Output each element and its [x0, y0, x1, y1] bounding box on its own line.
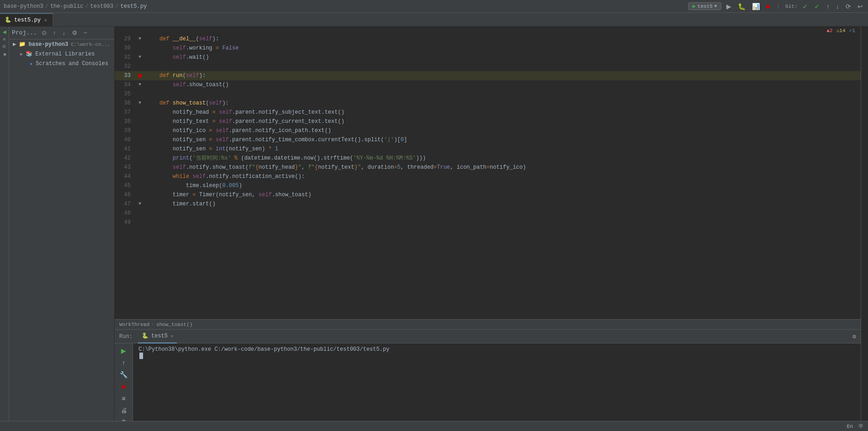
run-restart-button[interactable]: ▶ [118, 346, 129, 355]
git-pull-button[interactable]: ↓ [835, 3, 840, 10]
run-tab-test5[interactable]: 🐍 test5 ✕ [138, 330, 177, 343]
line-num-32: 32 [115, 62, 135, 71]
sidebar-sync-button[interactable]: ⊙ [40, 29, 49, 37]
code-line-36: 36 ▼ def show_toast(self): [115, 99, 861, 108]
line-content-43: self.notify.show_toast(f"{notify_head}",… [144, 163, 861, 172]
line-num-49: 49 [115, 218, 135, 227]
code-line-34: 34 ▼ self.show_toast() [115, 80, 861, 89]
project-root-item[interactable]: ▶ 📁 base-python3 C:\work-co... [9, 39, 114, 49]
status-right: En 半 [847, 423, 863, 430]
git-commit-button[interactable]: ✓ [813, 3, 821, 10]
gutter-37 [135, 108, 144, 117]
tab-test5[interactable]: 🐍 test5.py ✕ [0, 13, 53, 26]
code-line-39: 39 notify_ico = self.parent.notify_icon_… [115, 126, 861, 135]
gutter-32 [135, 62, 144, 71]
line-content-29: def __del__(self): [144, 34, 861, 44]
run-print-button[interactable]: 🖨 [118, 406, 129, 415]
run-tools-button[interactable]: 🔧 [118, 370, 129, 379]
gutter-35 [135, 89, 144, 99]
git-check-button[interactable]: ✓ [801, 3, 809, 10]
line-num-30: 30 [115, 44, 135, 53]
fold-31[interactable]: ▼ [138, 53, 141, 62]
code-line-41: 41 notify_sen = int(notify_sen) * 1 [115, 144, 861, 154]
right-strip [861, 27, 868, 421]
breadcrumb-part1[interactable]: base-python3 [4, 3, 43, 10]
cursor [139, 353, 143, 359]
run-button[interactable]: ▶ [725, 3, 733, 10]
run-scroll-up-button[interactable]: ↑ [118, 358, 129, 367]
commit-button[interactable]: ⊙ [2, 44, 7, 49]
undo-button[interactable]: ↩ [856, 3, 864, 10]
line-content-39: notify_ico = self.parent.notify_icon_pat… [144, 126, 861, 135]
sidebar-item-external-libraries[interactable]: ▶ 📚 External Libraries [9, 49, 114, 59]
run-output[interactable]: C:\Python38\python.exe C:/work-code/base… [133, 343, 861, 421]
expand-arrow: ▶ [13, 41, 16, 48]
sidebar-minimize-button[interactable]: − [82, 29, 89, 37]
structure-button[interactable]: ≡ [2, 37, 7, 42]
line-content-38: notify_text = self.parent.notify_current… [144, 117, 861, 126]
breadcrumb-file[interactable]: test5.py [120, 3, 147, 10]
line-content-48 [144, 209, 861, 218]
breadcrumb-part3[interactable]: test003 [90, 3, 113, 10]
stop-button[interactable]: ■ [765, 3, 771, 10]
line-num-37: 37 [115, 108, 135, 117]
project-tool-button[interactable]: ◀ [2, 28, 7, 35]
info-count[interactable]: ✓1 [849, 28, 855, 33]
line-content-31: self.wait() [144, 53, 861, 62]
run-config-arrow: ▼ [714, 4, 717, 9]
coverage-button[interactable]: 📊 [751, 3, 761, 10]
bc-sep1: / [45, 3, 48, 10]
fold-36[interactable]: ▼ [138, 99, 141, 108]
line-content-37: notify_head = self.parent.notify_subject… [144, 108, 861, 117]
sidebar-down-button[interactable]: ↓ [61, 29, 67, 37]
line-num-40: 40 [115, 135, 135, 144]
main-layout: ◀ ≡ ⊙ ★ Proj... ⊙ ↑ ↓ ⚙ − ▶ 📁 base-pytho… [0, 27, 868, 421]
sidebar-settings-button[interactable]: ⚙ [70, 29, 79, 37]
git-push-button[interactable]: ↑ [825, 3, 831, 10]
code-line-42: 42 print('当前时间:%s' % (datetime.datetime.… [115, 154, 861, 163]
status-sep: › [151, 322, 155, 327]
breadcrumb-status: WorkThread › show_toast() [119, 322, 193, 327]
line-content-46: timer = Timer(notify_sen, self.show_toas… [144, 190, 861, 199]
tab-close-button[interactable]: ✕ [44, 17, 48, 23]
code-line-40: 40 notify_sen = self.parent.notify_time_… [115, 135, 861, 144]
warning-count[interactable]: ⚠14 [836, 28, 846, 33]
gutter-36: ▼ [135, 99, 144, 108]
line-content-49 [144, 218, 861, 227]
fold-34[interactable]: ▼ [138, 80, 141, 89]
tabs-bar: 🐍 test5.py ✕ [0, 13, 868, 27]
fold-29[interactable]: ▼ [138, 34, 141, 44]
run-settings-gear[interactable]: ⚙ [852, 333, 856, 340]
run-scroll-all-button[interactable]: ≡ [118, 394, 129, 403]
sidebar-up-button[interactable]: ↑ [51, 29, 58, 37]
line-content-34: self.show_toast() [144, 80, 861, 89]
run-tab-close[interactable]: ✕ [171, 333, 173, 339]
run-trash-button[interactable]: 🗑 [118, 418, 129, 421]
status-class: WorkThread [119, 322, 149, 327]
run-config-selector[interactable]: ▶ test5 ▼ [688, 2, 721, 10]
line-num-45: 45 [115, 181, 135, 190]
run-stop-button[interactable]: ■ [118, 382, 129, 391]
favorites-button[interactable]: ★ [2, 51, 7, 58]
error-count[interactable]: ▲2 [827, 28, 833, 33]
breadcrumb-part2[interactable]: the-public [50, 3, 83, 10]
sidebar-item-scratches[interactable]: ✦ Scratches and Consoles [9, 59, 114, 69]
debug-button[interactable]: 🐛 [736, 3, 747, 10]
fold-47[interactable]: ▼ [138, 199, 141, 209]
line-num-47: 47 [115, 199, 135, 209]
line-content-33: def run(self): [144, 71, 861, 80]
run-panel: Run: 🐍 test5 ✕ ⚙ ▶ ↑ 🔧 ■ ≡ 🖨 🗑 [115, 329, 861, 421]
project-path: C:\work-co... [71, 42, 111, 47]
breakpoint-33[interactable] [138, 74, 142, 77]
scratches-label: Scratches and Consoles [36, 61, 108, 67]
language-indicator[interactable]: En [847, 424, 853, 429]
gutter-31: ▼ [135, 53, 144, 62]
line-content-30: self.working = False [144, 44, 861, 53]
code-editor[interactable]: 29 ▼ def __del__(self): 30 self.working … [115, 34, 861, 319]
git-history-button[interactable]: ⟳ [844, 3, 852, 10]
breadcrumb: base-python3 / the-public / test003 / te… [4, 3, 688, 10]
run-toolbar: ▶ ↑ 🔧 ■ ≡ 🖨 🗑 [115, 343, 133, 421]
encoding-indicator[interactable]: 半 [858, 423, 863, 430]
line-content-41: notify_sen = int(notify_sen) * 1 [144, 144, 861, 154]
code-line-48: 48 [115, 209, 861, 218]
